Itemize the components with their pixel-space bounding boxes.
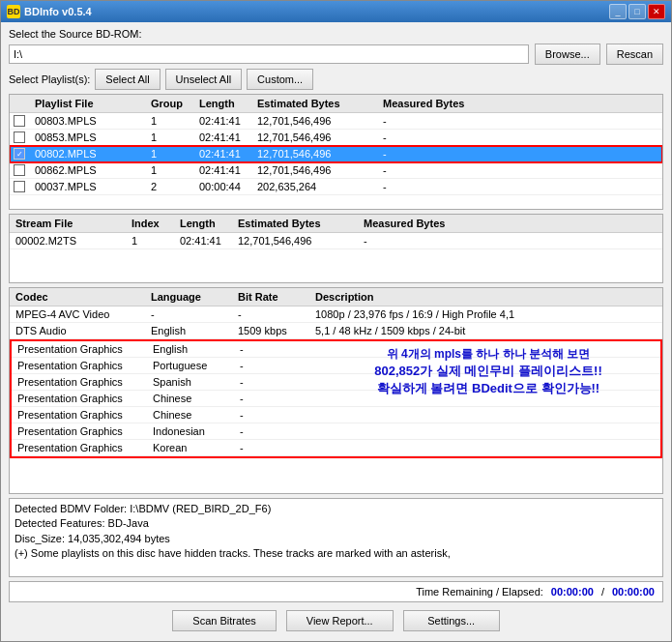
table-row[interactable]: Presentation Graphics Chinese -: [12, 407, 660, 423]
source-label: Select the Source BD-ROM:: [9, 28, 142, 40]
source-input[interactable]: [9, 44, 529, 64]
maximize-button[interactable]: □: [628, 4, 646, 19]
bitrate-3: -: [238, 359, 315, 372]
lang-1: English: [149, 324, 236, 337]
table-row[interactable]: Presentation Graphics Portuguese -: [12, 358, 660, 374]
lang-4: Spanish: [151, 375, 238, 389]
table-row[interactable]: Presentation Graphics Chinese -: [12, 391, 660, 407]
stream-index-0: 1: [130, 234, 178, 248]
minimize-button[interactable]: _: [609, 4, 627, 19]
bitrate-2: -: [238, 342, 315, 356]
window-title: BDInfo v0.5.4: [24, 6, 92, 17]
select-playlists-label: Select Playlist(s):: [9, 73, 90, 85]
codec-table: Codec Language Bit Rate Description MPEG…: [9, 287, 663, 494]
desc-3: [315, 365, 657, 366]
source-row: Select the Source BD-ROM:: [9, 28, 663, 40]
playlist-checkbox-4[interactable]: [14, 181, 25, 192]
browse-button[interactable]: Browse...: [535, 44, 600, 65]
bitrate-1: 1509 kbps: [236, 324, 313, 337]
playlist-file-4: 00037.MPLS: [33, 180, 149, 193]
table-row[interactable]: 00002.M2TS 1 02:41:41 12,701,546,496 -: [10, 233, 662, 249]
bitrate-5: -: [238, 392, 315, 405]
custom-button[interactable]: Custom...: [247, 69, 313, 90]
playlist-file-3: 00862.MPLS: [33, 163, 149, 177]
playlist-table-body: 00803.MPLS 1 02:41:41 12,701,546,496 - 0…: [10, 113, 662, 195]
table-row[interactable]: MPEG-4 AVC Video - - 1080p / 23,976 fps …: [10, 306, 662, 323]
lang-0: -: [149, 307, 236, 321]
playlist-estimated-2: 12,701,546,496: [255, 147, 381, 160]
bitrate-8: -: [238, 441, 315, 454]
table-row[interactable]: Presentation Graphics Korean -: [12, 440, 660, 456]
playlist-estimated-4: 202,635,264: [255, 180, 381, 193]
table-row[interactable]: DTS Audio English 1509 kbps 5,1 / 48 kHz…: [10, 323, 662, 339]
desc-2: [315, 348, 657, 350]
codec-5: Presentation Graphics: [15, 392, 151, 405]
stream-table-header: Stream File Index Length Estimated Bytes…: [10, 215, 662, 233]
table-row[interactable]: 00862.MPLS 1 02:41:41 12,701,546,496 -: [10, 162, 662, 179]
bitrate-7: -: [238, 424, 315, 438]
lang-3: Portuguese: [151, 359, 238, 372]
lang-2: English: [151, 342, 238, 356]
playlist-estimated-1: 12,701,546,496: [255, 131, 381, 144]
rescan-button[interactable]: Rescan: [606, 44, 663, 65]
playlist-checkbox-2[interactable]: [14, 148, 25, 160]
bitrate-4: -: [238, 375, 315, 389]
codec-6: Presentation Graphics: [15, 408, 151, 422]
desc-1: 5,1 / 48 kHz / 1509 kbps / 24-bit: [313, 324, 658, 337]
desc-4: [315, 381, 657, 383]
stream-col-index: Index: [130, 217, 178, 230]
stream-table: Stream File Index Length Estimated Bytes…: [9, 214, 663, 283]
playlist-checkbox-0[interactable]: [14, 115, 25, 127]
playlist-checkbox-3[interactable]: [14, 164, 25, 176]
app-icon: BD: [7, 5, 20, 18]
playlist-group-0: 1: [149, 114, 197, 128]
view-report-button[interactable]: View Report...: [286, 610, 394, 631]
table-row[interactable]: Presentation Graphics Spanish -: [12, 374, 660, 391]
bitrate-6: -: [238, 408, 315, 422]
table-row[interactable]: 00853.MPLS 1 02:41:41 12,701,546,496 -: [10, 130, 662, 146]
playlist-measured-0: -: [381, 114, 478, 128]
playlist-measured-2: -: [381, 147, 478, 160]
stream-file-0: 00002.M2TS: [14, 234, 130, 248]
unselect-all-button[interactable]: Unselect All: [165, 69, 242, 90]
table-row[interactable]: 00802.MPLS 1 02:41:41 12,701,546,496 -: [10, 146, 662, 162]
codec-4: Presentation Graphics: [15, 375, 151, 389]
table-row[interactable]: 00803.MPLS 1 02:41:41 12,701,546,496 -: [10, 113, 662, 130]
playlist-length-0: 02:41:41: [197, 114, 255, 128]
time-remaining: 00:00:00: [551, 586, 594, 598]
bitrate-0: -: [236, 307, 313, 321]
playlist-select-row: Select Playlist(s): Select All Unselect …: [9, 69, 663, 90]
settings-button[interactable]: Settings...: [403, 610, 500, 631]
playlist-group-1: 1: [149, 131, 197, 144]
stream-estimated-0: 12,701,546,496: [236, 234, 362, 248]
status-separator: /: [601, 586, 604, 598]
playlist-estimated-0: 12,701,546,496: [255, 114, 381, 128]
table-row[interactable]: 00037.MPLS 2 00:00:44 202,635,264 -: [10, 179, 662, 195]
stream-col-estimated: Estimated Bytes: [236, 217, 362, 230]
playlist-col-file: Playlist File: [33, 97, 149, 110]
playlist-file-2: 00802.MPLS: [33, 147, 149, 160]
lang-6: Chinese: [151, 408, 238, 422]
title-bar-buttons: _ □ ✕: [609, 4, 665, 19]
playlist-group-4: 2: [149, 180, 197, 193]
log-line-1: Detected Features: BD-Java: [15, 516, 657, 531]
playlist-col-measured: Measured Bytes: [381, 97, 478, 110]
source-input-row: Browse... Rescan: [9, 44, 663, 65]
playlist-table-header: Playlist File Group Length Estimated Byt…: [10, 95, 662, 113]
codec-col-desc: Description: [313, 290, 658, 304]
codec-1: DTS Audio: [14, 324, 149, 337]
log-line-0: Detected BDMV Folder: I:\BDMV (RED_BIRD_…: [15, 502, 657, 516]
status-bar: Time Remaining / Elapsed: 00:00:00 / 00:…: [9, 581, 663, 602]
table-row[interactable]: Presentation Graphics Indonesian -: [12, 423, 660, 440]
playlist-col-length: Length: [197, 97, 255, 110]
select-all-button[interactable]: Select All: [95, 69, 160, 90]
scan-bitrates-button[interactable]: Scan Bitrates: [172, 610, 276, 631]
close-button[interactable]: ✕: [648, 4, 665, 19]
playlist-checkbox-1[interactable]: [14, 131, 25, 143]
lang-7: Indonesian: [151, 424, 238, 438]
playlist-group-2: 1: [149, 147, 197, 160]
table-row[interactable]: Presentation Graphics English -: [12, 341, 660, 358]
codec-7: Presentation Graphics: [15, 424, 151, 438]
title-bar-title: BD BDInfo v0.5.4: [7, 5, 92, 18]
playlist-length-2: 02:41:41: [197, 147, 255, 160]
